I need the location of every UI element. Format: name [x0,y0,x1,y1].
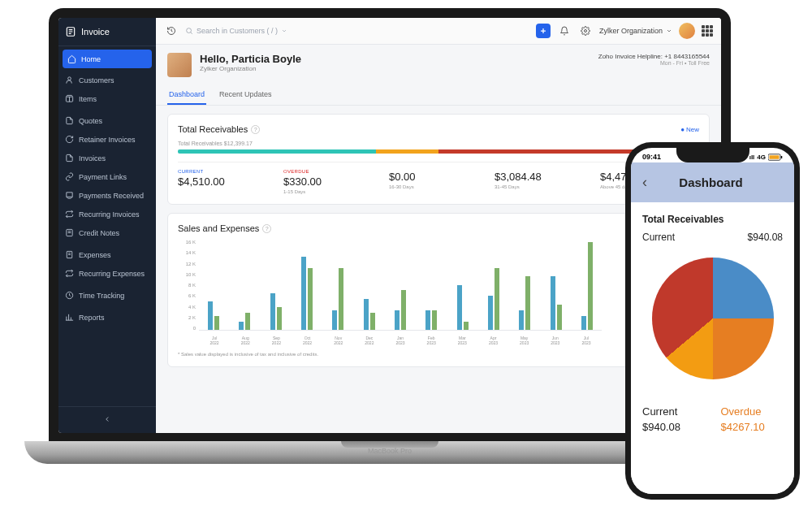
bar-chart: 16 K14 K12 K10 K8 K6 K4 K2 K0 Jul2022Aug… [178,240,602,345]
sidebar-item-credit-notes[interactable]: Credit Notes [58,223,156,242]
sidebar-item-payments-received[interactable]: Payments Received [58,186,156,205]
receivables-item: OVERDUE$330.001-15 Days [283,169,382,194]
sidebar-item-label: Payments Received [79,192,144,200]
recv-label: CURRENT [178,169,277,174]
recv-sub: 31-45 Days [495,184,594,189]
sidebar-item-label: Customers [79,76,114,84]
history-icon [166,26,176,36]
svg-rect-10 [781,156,783,158]
sidebar-item-quotes[interactable]: Quotes [58,111,156,130]
card-title: Total Receivables [178,124,248,134]
phone-header: ‹ Dashboard [631,162,794,202]
tab-recent-updates[interactable]: Recent Updates [218,85,274,105]
back-button[interactable]: ‹ [642,174,647,191]
svg-point-6 [187,28,192,33]
tab-dashboard[interactable]: Dashboard [167,85,206,105]
notifications-button[interactable] [557,24,572,38]
receivables-item: CURRENT$4,510.00 [178,169,277,194]
sidebar-item-retainer-invoices[interactable]: Retainer Invoices [58,130,156,149]
phone-current-value: $940.08 [748,232,783,243]
box-icon [65,94,74,103]
user-photo [167,53,192,77]
sidebar-collapse[interactable] [58,406,156,433]
add-button[interactable] [536,24,551,38]
sidebar-item-reports[interactable]: Reports [58,308,156,327]
svg-point-1 [68,77,71,80]
repeat-icon [65,269,74,278]
battery-icon [768,154,783,161]
settings-button[interactable] [578,24,593,38]
phone-mockup: 09:41 ıll 4G ‹ Dashboard Total Receivabl… [625,142,800,500]
page-header: Hello, Particia Boyle Zylker Organizatio… [156,45,721,85]
app-switcher[interactable] [702,25,713,37]
sidebar-item-items[interactable]: Items [58,89,156,108]
helpline-sub: Mon - Fri • Toll Free [598,60,710,66]
sidebar-item-customers[interactable]: Customers [58,71,156,89]
phone-footer-overdue-label: Overdue [721,405,784,418]
search-icon [185,27,193,35]
greeting: Hello, Particia Boyle [200,53,301,65]
inbox-icon [65,191,74,200]
phone-footer-current-label: Current [642,405,705,418]
file-icon [65,116,74,125]
sidebar-item-time-tracking[interactable]: Time Tracking [58,286,156,305]
recv-value: $3,084.48 [495,171,594,183]
receivables-item: $0.0016-30 Days [389,169,488,194]
recv-value: $330.00 [283,175,382,188]
recv-value: $4,510.00 [178,175,277,188]
link-icon [65,172,74,181]
sidebar-item-invoices[interactable]: Invoices [58,149,156,167]
svg-point-7 [584,30,586,32]
phone-status-icons: ıll 4G [749,154,783,161]
search-placeholder: Search in Customers ( / ) [197,27,278,35]
laptop-brand: MacBook Pro [368,447,412,455]
phone-page-title: Dashboard [655,175,767,189]
repeat-icon [65,210,74,219]
app-logo[interactable]: Invoice [58,18,156,46]
chart-footnote: * Sales value displayed is inclusive of … [178,352,699,357]
org-name: Zylker Organization [599,27,663,35]
phone-footer-overdue-value: $4267.10 [721,421,784,433]
help-icon[interactable]: ? [251,125,260,134]
new-badge[interactable]: New [680,126,699,133]
sidebar-item-label: Time Tracking [79,292,124,300]
sidebar-item-label: Home [81,55,101,63]
phone-current-label: Current [642,232,675,243]
sidebar-item-payment-links[interactable]: Payment Links [58,167,156,186]
help-icon[interactable]: ? [262,224,271,233]
gear-icon [581,26,590,36]
chevron-left-icon [103,415,111,423]
sidebar-item-recurring-expenses[interactable]: Recurring Expenses [58,264,156,283]
search-input[interactable]: Search in Customers ( / ) [185,27,348,35]
receivables-bar [178,149,699,154]
phone-notch [676,148,749,162]
helpline: Zoho Invoice Helpline: +1 8443165544 [598,53,710,60]
recv-label: OVERDUE [283,169,382,174]
sidebar-item-recurring-invoices[interactable]: Recurring Invoices [58,205,156,223]
recv-sub: 1-15 Days [283,189,382,194]
sidebar-item-label: Invoices [79,154,106,162]
refresh-icon [65,135,74,144]
phone-time: 09:41 [642,153,661,161]
avatar[interactable] [679,23,695,39]
plus-icon [539,27,547,35]
invoice-icon [65,26,76,37]
sidebar-item-label: Items [79,95,97,103]
sidebar-item-label: Quotes [79,117,102,125]
sidebar-item-home[interactable]: Home [63,50,152,68]
signal-icon: ıll [749,154,755,161]
receivables-subtitle: Total Receivables $12,399.17 [178,141,699,146]
sidebar-item-expenses[interactable]: Expenses [58,245,156,264]
tabs: DashboardRecent Updates [156,85,721,106]
phone-section-title: Total Receivables [642,214,783,225]
org-switcher[interactable]: Zylker Organization [599,27,672,35]
phone-footer-current-value: $940.08 [642,421,705,433]
receivables-item: $3,084.4831-45 Days [495,169,594,194]
sidebar-item-label: Recurring Invoices [79,210,140,219]
history-button[interactable] [164,24,179,38]
receipt-icon [65,250,74,259]
topbar: Search in Customers ( / ) Zylker Organiz… [156,18,721,45]
sidebar-item-label: Payment Links [79,173,127,181]
pie-chart [652,258,774,379]
chart-icon [65,313,74,322]
